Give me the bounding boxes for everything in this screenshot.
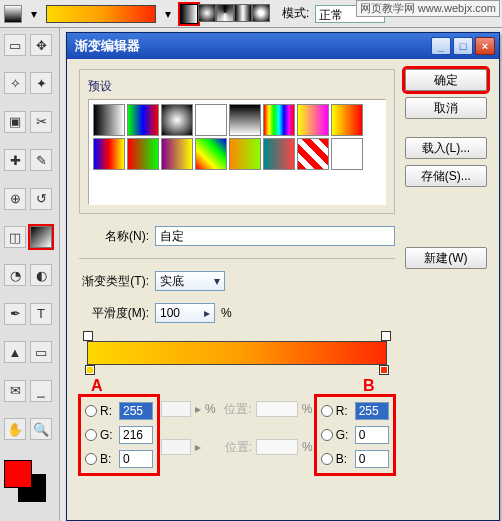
tool-crop[interactable]: ▣ bbox=[4, 111, 26, 133]
gradient-type-select[interactable]: 实底 ▾ bbox=[155, 271, 225, 291]
tool-hand[interactable]: ✋ bbox=[4, 418, 26, 440]
tool-pen[interactable]: ✒ bbox=[4, 303, 26, 325]
radio-r[interactable] bbox=[85, 405, 97, 417]
preset-swatch[interactable] bbox=[161, 104, 193, 136]
tool-lasso[interactable]: ✧ bbox=[4, 72, 26, 94]
tool-history[interactable]: ↺ bbox=[30, 188, 52, 210]
color-stop-right[interactable] bbox=[379, 365, 389, 375]
options-bar: ▾ ▾ 模式: 正常 网页教学网 www.webjx.com bbox=[0, 0, 502, 28]
b-input-b[interactable]: 0 bbox=[355, 450, 389, 468]
opacity-stop-left[interactable] bbox=[83, 331, 93, 341]
watermark-badge: 网页教学网 www.webjx.com bbox=[356, 0, 500, 17]
cancel-button[interactable]: 取消 bbox=[405, 97, 487, 119]
smoothness-input[interactable]: 100 ▸ bbox=[155, 303, 215, 323]
chevron-right-icon: ▸ bbox=[195, 440, 201, 454]
tool-brush[interactable]: ✎ bbox=[30, 149, 52, 171]
preset-swatch[interactable] bbox=[297, 138, 329, 170]
linear-gradient-icon[interactable] bbox=[180, 4, 198, 24]
tool-type[interactable]: T bbox=[30, 303, 52, 325]
radio-r[interactable] bbox=[321, 405, 333, 417]
g-input-b[interactable]: 0 bbox=[355, 426, 389, 444]
preset-swatch[interactable] bbox=[297, 104, 329, 136]
tool-gradient[interactable] bbox=[30, 226, 52, 248]
save-button[interactable]: 存储(S)... bbox=[405, 165, 487, 187]
tool-move[interactable]: ✥ bbox=[30, 34, 52, 56]
gradient-bar[interactable]: A B bbox=[87, 341, 387, 365]
tool-slice[interactable]: ✂ bbox=[30, 111, 52, 133]
toolbox: ▭ ✥ ✧ ✦ ▣ ✂ ✚ ✎ ⊕ ↺ ◫ ◔ ◐ ✒ T ▲ ▭ ✉ ⎯ ✋ … bbox=[0, 28, 60, 521]
position-input bbox=[256, 439, 298, 455]
tool-heal[interactable]: ✚ bbox=[4, 149, 26, 171]
maximize-button[interactable]: □ bbox=[453, 37, 473, 55]
gradient-type-value: 实底 bbox=[160, 273, 184, 290]
chevron-down-icon[interactable]: ▾ bbox=[162, 5, 174, 23]
preset-swatch[interactable] bbox=[195, 138, 227, 170]
preset-swatch[interactable] bbox=[93, 104, 125, 136]
preset-swatch[interactable] bbox=[127, 104, 159, 136]
preset-swatch[interactable] bbox=[229, 104, 261, 136]
angle-gradient-icon[interactable] bbox=[216, 4, 234, 22]
preset-swatch[interactable] bbox=[229, 138, 261, 170]
color-swatch bbox=[161, 439, 191, 455]
r-input-b[interactable]: 255 bbox=[355, 402, 389, 420]
gradient-preview[interactable] bbox=[46, 5, 156, 23]
preset-swatch[interactable] bbox=[263, 104, 295, 136]
presets-group: 预设 bbox=[79, 69, 395, 214]
load-button[interactable]: 载入(L)... bbox=[405, 137, 487, 159]
diamond-gradient-icon[interactable] bbox=[252, 4, 270, 22]
tool-zoom[interactable]: 🔍 bbox=[30, 418, 52, 440]
tool-stamp[interactable]: ⊕ bbox=[4, 188, 26, 210]
percent-unit: % bbox=[302, 440, 313, 454]
tool-preset-swatch[interactable] bbox=[4, 5, 22, 23]
preset-swatch[interactable] bbox=[161, 138, 193, 170]
g-input-a[interactable]: 216 bbox=[119, 426, 153, 444]
smoothness-label: 平滑度(M): bbox=[79, 305, 149, 322]
chevron-right-icon: ▸ bbox=[204, 306, 210, 320]
position-label: 位置: bbox=[220, 439, 252, 456]
radio-g[interactable] bbox=[85, 429, 97, 441]
preset-swatch[interactable] bbox=[331, 104, 363, 136]
foreground-color-swatch[interactable] bbox=[4, 460, 32, 488]
preset-swatch[interactable] bbox=[331, 138, 363, 170]
tool-notes[interactable]: ✉ bbox=[4, 380, 26, 402]
reflected-gradient-icon[interactable] bbox=[234, 4, 252, 22]
chevron-down-icon[interactable]: ▾ bbox=[28, 5, 40, 23]
marker-a-label: A bbox=[91, 377, 103, 395]
b-input-a[interactable]: 0 bbox=[119, 450, 153, 468]
name-label: 名称(N): bbox=[79, 228, 149, 245]
preset-swatch[interactable] bbox=[263, 138, 295, 170]
tool-blur[interactable]: ◔ bbox=[4, 264, 26, 286]
tool-shape[interactable]: ▭ bbox=[30, 341, 52, 363]
dialog-titlebar[interactable]: 渐变编辑器 _ □ × bbox=[67, 33, 499, 59]
gradient-ramp[interactable] bbox=[87, 341, 387, 365]
stop-controls: ▸%位置:% ▸位置:% bbox=[161, 399, 313, 457]
radio-g[interactable] bbox=[321, 429, 333, 441]
preset-swatch[interactable] bbox=[195, 104, 227, 136]
percent-unit: % bbox=[302, 402, 313, 416]
radial-gradient-icon[interactable] bbox=[198, 4, 216, 22]
tool-marquee[interactable]: ▭ bbox=[4, 34, 26, 56]
radio-b[interactable] bbox=[85, 453, 97, 465]
tool-wand[interactable]: ✦ bbox=[30, 72, 52, 94]
smoothness-value: 100 bbox=[160, 306, 180, 320]
minimize-button[interactable]: _ bbox=[431, 37, 451, 55]
rgb-group-b: R:255 G:0 B:0 bbox=[319, 399, 391, 471]
mode-label: 模式: bbox=[282, 5, 309, 22]
radio-b[interactable] bbox=[321, 453, 333, 465]
preset-swatch[interactable] bbox=[127, 138, 159, 170]
ok-button[interactable]: 确定 bbox=[405, 69, 487, 91]
new-button[interactable]: 新建(W) bbox=[405, 247, 487, 269]
tool-dodge[interactable]: ◐ bbox=[30, 264, 52, 286]
color-stop-left[interactable] bbox=[85, 365, 95, 375]
close-button[interactable]: × bbox=[475, 37, 495, 55]
opacity-swatch bbox=[161, 401, 191, 417]
r-input-a[interactable]: 255 bbox=[119, 402, 153, 420]
preset-swatch[interactable] bbox=[93, 138, 125, 170]
opacity-stop-right[interactable] bbox=[381, 331, 391, 341]
tool-eraser[interactable]: ◫ bbox=[4, 226, 26, 248]
tool-eyedrop[interactable]: ⎯ bbox=[30, 380, 52, 402]
color-swatches bbox=[4, 460, 46, 502]
name-input[interactable] bbox=[155, 226, 395, 246]
tool-path[interactable]: ▲ bbox=[4, 341, 26, 363]
presets-grid[interactable] bbox=[88, 99, 386, 205]
